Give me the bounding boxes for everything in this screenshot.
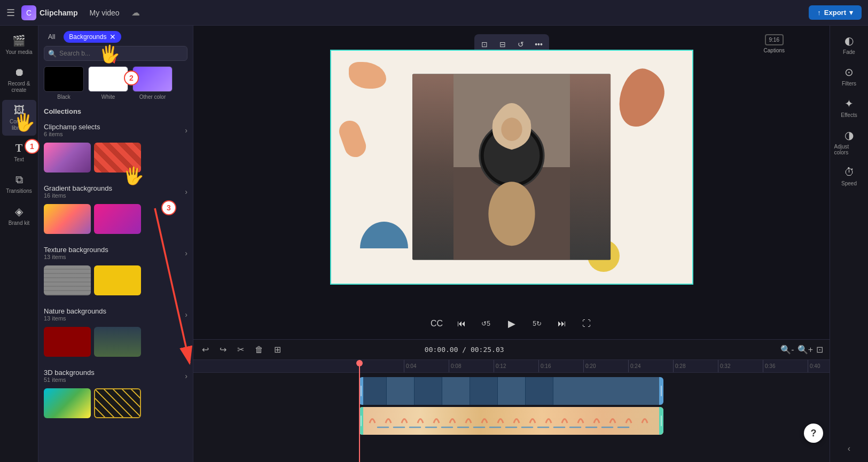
- background-track[interactable]: [359, 407, 663, 435]
- collection-name-gradient: Gradient backgrounds: [44, 184, 112, 192]
- sidebar-item-your-media[interactable]: 🎬 Your media: [2, 30, 36, 60]
- track-handle-right[interactable]: [659, 377, 663, 405]
- thumbnail-dark-red[interactable]: [44, 327, 91, 357]
- thumbnail-colorful-3d[interactable]: [44, 388, 91, 418]
- export-button[interactable]: ↑ Export ▾: [809, 5, 862, 20]
- thumbnail-gold-3d[interactable]: [94, 388, 141, 418]
- filters-label: Filters: [842, 81, 856, 87]
- sidebar-label-brand-kit: Brand kit: [9, 220, 29, 226]
- collection-title-row-3d[interactable]: 3D backgrounds 51 items ›: [38, 365, 193, 386]
- filter-backgrounds-tag[interactable]: Backgrounds ✕: [64, 31, 121, 43]
- add-media-button[interactable]: ⊞: [272, 342, 283, 357]
- filter-tag-label: Backgrounds: [69, 33, 106, 41]
- ruler-tick-2: 0:08: [449, 360, 494, 373]
- help-button[interactable]: ?: [804, 424, 823, 443]
- undo-button[interactable]: ↩: [200, 342, 211, 357]
- solid-colors-row: Black White Other color: [38, 66, 193, 105]
- bg-track-handle-right[interactable]: [659, 407, 663, 435]
- preview-area: ⊡ ⊟ ↺ •••: [193, 26, 830, 308]
- app-name: Clipchamp: [40, 9, 78, 17]
- thumbnail-yellow-solid[interactable]: [94, 265, 141, 295]
- playhead[interactable]: [359, 360, 360, 462]
- ruler-tick-9: 0:36: [763, 360, 808, 373]
- search-input[interactable]: [44, 46, 187, 61]
- delete-button[interactable]: 🗑: [253, 343, 265, 357]
- topbar: ☰ C Clipchamp My video ☁ ↑ Export ▾: [0, 0, 868, 26]
- fit-timeline-button[interactable]: ⊡: [816, 344, 823, 355]
- color-other-item[interactable]: Other color: [132, 66, 173, 100]
- color-white-item[interactable]: White: [88, 66, 128, 100]
- fullscreen-button[interactable]: ⛶: [577, 315, 596, 333]
- white-swatch[interactable]: [88, 66, 128, 92]
- right-tool-speed[interactable]: ⏱ Speed: [832, 162, 866, 191]
- filter-all-button[interactable]: All: [44, 32, 59, 42]
- frame-4: [442, 377, 470, 405]
- sidebar-item-text[interactable]: T Text: [2, 138, 36, 167]
- captions-toggle-button[interactable]: CC: [428, 315, 446, 333]
- skip-back-button[interactable]: ⏮: [452, 315, 471, 333]
- right-tool-adjust-colors[interactable]: ◑ Adjust colors: [832, 124, 866, 160]
- video-title[interactable]: My video: [84, 6, 125, 19]
- collapse-right-sidebar-button[interactable]: ‹: [848, 444, 850, 453]
- rewind-5s-button[interactable]: ↺5: [477, 315, 495, 333]
- video-track[interactable]: [359, 377, 663, 405]
- collection-thumbnails-clipchamp: [38, 140, 193, 177]
- aspect-ratio-container: 9:16 Captions: [764, 34, 785, 53]
- collection-title-row-clipchamp[interactable]: Clipchamp selects 6 items ›: [38, 120, 193, 140]
- frame-rest: [553, 377, 663, 405]
- canvas-video-inset: [412, 74, 611, 260]
- redo-button[interactable]: ↪: [217, 342, 229, 357]
- export-icon: ↑: [817, 9, 821, 17]
- ruler-tick-1: 0:04: [404, 360, 449, 373]
- timeline-time-display: 00:00.00 / 00:25.03: [425, 346, 504, 354]
- collection-gradient-backgrounds: Gradient backgrounds 16 items ›: [38, 181, 193, 238]
- filter-tag-close-icon[interactable]: ✕: [110, 33, 116, 41]
- sidebar-item-content-library[interactable]: 🖼 Content library: [2, 100, 36, 136]
- icon-sidebar: 🎬 Your media ⏺ Record & create 🖼 Content…: [0, 26, 38, 462]
- collection-title-text-gradient: Gradient backgrounds 16 items: [44, 184, 112, 199]
- thumbnail-gray-texture[interactable]: [44, 265, 91, 295]
- skip-forward-button[interactable]: ⏭: [553, 315, 571, 333]
- speed-icon: ⏱: [844, 166, 855, 178]
- forward-5s-button[interactable]: 5↻: [528, 315, 546, 333]
- collection-thumbnails-nature: [38, 325, 193, 361]
- right-tool-filters[interactable]: ⊙ Filters: [832, 61, 866, 91]
- topbar-left: ☰ C Clipchamp My video ☁: [6, 5, 140, 20]
- topbar-right: ↑ Export ▾: [809, 5, 862, 20]
- sidebar-item-record-create[interactable]: ⏺ Record & create: [2, 62, 36, 98]
- thumbnail-pink-purple-grad[interactable]: [94, 204, 141, 234]
- black-swatch[interactable]: [44, 66, 84, 92]
- collection-title-row-nature[interactable]: Nature backgrounds 13 items ›: [38, 304, 193, 325]
- collection-texture-backgrounds: Texture backgrounds 13 items ›: [38, 242, 193, 300]
- thumbnail-red-cross[interactable]: [94, 143, 141, 173]
- right-tool-fade[interactable]: ◐ Fade: [832, 30, 866, 59]
- play-button[interactable]: ▶: [502, 314, 522, 334]
- collection-clipchamp-selects: Clipchamp selects 6 items ›: [38, 120, 193, 177]
- collection-thumbnails-gradient: [38, 202, 193, 238]
- track-handle-line: [361, 386, 362, 396]
- panel-header: All Backgrounds ✕: [38, 26, 193, 46]
- ruler-tick-3: 0:12: [494, 360, 538, 373]
- thumbnail-dark-landscape[interactable]: [94, 327, 141, 357]
- export-chevron-icon: ▾: [849, 9, 853, 17]
- thumbnail-yellow-purple-grad[interactable]: [44, 204, 91, 234]
- hamburger-menu-icon[interactable]: ☰: [6, 7, 15, 19]
- logo-icon: C: [21, 5, 36, 20]
- thumbnail-pink-purple[interactable]: [44, 143, 91, 173]
- black-label: Black: [57, 94, 70, 100]
- your-media-icon: 🎬: [12, 34, 26, 47]
- collection-title-row-texture[interactable]: Texture backgrounds 13 items ›: [38, 242, 193, 263]
- zoom-out-button[interactable]: 🔍-: [780, 344, 794, 355]
- color-black-item[interactable]: Black: [44, 66, 84, 100]
- collection-title-row-gradient[interactable]: Gradient backgrounds 16 items ›: [38, 181, 193, 202]
- sidebar-item-transitions[interactable]: ⧉ Transitions: [2, 169, 36, 199]
- cut-button[interactable]: ✂: [235, 342, 246, 357]
- collection-name-nature: Nature backgrounds: [44, 307, 106, 315]
- zoom-in-button[interactable]: 🔍+: [797, 344, 813, 355]
- other-color-swatch[interactable]: [132, 66, 173, 92]
- collection-count-clipchamp: 6 items: [44, 131, 100, 137]
- collection-title-text-texture: Texture backgrounds 13 items: [44, 246, 108, 260]
- right-tool-effects[interactable]: ✦ Effects: [832, 93, 866, 122]
- sidebar-item-brand-kit[interactable]: ◈ Brand kit: [2, 201, 36, 231]
- person-svg: [412, 74, 611, 260]
